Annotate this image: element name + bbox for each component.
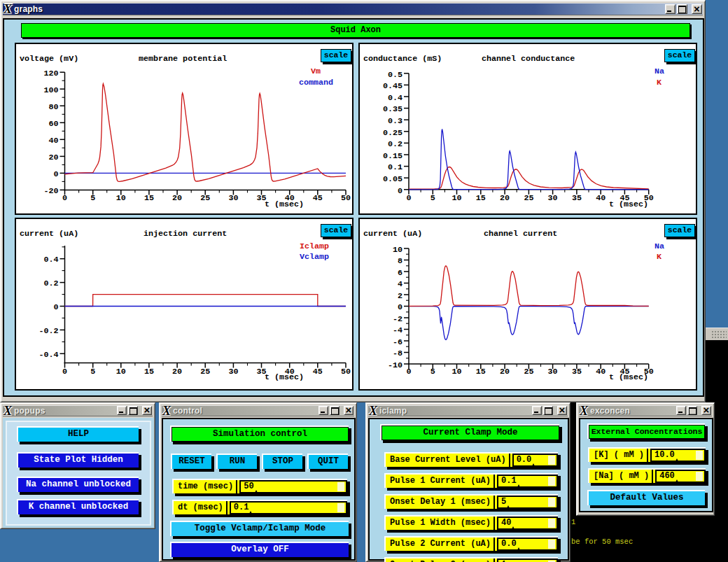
svg-text:t (msec): t (msec) [265, 199, 304, 209]
svg-text:t (msec): t (msec) [609, 372, 648, 382]
svg-text:10: 10 [451, 367, 461, 377]
svg-text:t (msec): t (msec) [265, 372, 304, 382]
svg-text:0.15: 0.15 [383, 151, 402, 161]
svg-text:-0.2: -0.2 [38, 326, 58, 336]
svg-text:20: 20 [172, 193, 182, 203]
svg-text:0.45: 0.45 [383, 81, 402, 91]
svg-text:10: 10 [116, 367, 126, 377]
svg-text:0: 0 [53, 302, 58, 312]
svg-text:45: 45 [313, 193, 323, 203]
svg-text:10: 10 [451, 193, 461, 203]
svg-text:4: 4 [398, 279, 402, 289]
svg-text:25: 25 [524, 367, 533, 377]
svg-text:0.4: 0.4 [388, 93, 402, 103]
svg-text:60: 60 [48, 119, 58, 129]
svg-text:0.3: 0.3 [388, 116, 402, 126]
svg-text:0.2: 0.2 [43, 279, 58, 288]
svg-text:8: 8 [398, 256, 402, 266]
svg-text:30: 30 [228, 193, 238, 203]
svg-text:0.05: 0.05 [383, 174, 402, 184]
svg-text:50: 50 [341, 367, 351, 377]
svg-text:25: 25 [200, 367, 210, 377]
svg-text:t (msec): t (msec) [609, 199, 648, 209]
svg-text:15: 15 [476, 367, 486, 377]
svg-text:-20: -20 [43, 186, 58, 196]
svg-text:40: 40 [596, 367, 606, 377]
svg-text:15: 15 [144, 193, 154, 203]
svg-text:0: 0 [398, 186, 402, 196]
svg-text:20: 20 [172, 367, 182, 377]
svg-text:5: 5 [430, 193, 435, 203]
svg-text:15: 15 [476, 193, 486, 203]
svg-text:0: 0 [406, 193, 411, 203]
svg-text:25: 25 [524, 193, 533, 203]
svg-text:20: 20 [48, 153, 58, 162]
svg-text:-8: -8 [393, 349, 402, 358]
svg-text:35: 35 [572, 193, 582, 203]
svg-text:0.4: 0.4 [43, 255, 58, 265]
svg-text:6: 6 [398, 268, 402, 278]
svg-text:5: 5 [430, 367, 435, 377]
svg-text:2: 2 [398, 291, 402, 301]
svg-text:30: 30 [228, 367, 238, 377]
svg-text:45: 45 [313, 367, 323, 377]
svg-text:-10: -10 [388, 360, 402, 370]
svg-text:0.5: 0.5 [388, 70, 402, 80]
svg-text:-6: -6 [393, 337, 402, 347]
svg-text:0.25: 0.25 [383, 128, 402, 138]
svg-text:30: 30 [548, 367, 558, 377]
svg-text:0.1: 0.1 [388, 162, 402, 172]
svg-text:0: 0 [62, 193, 67, 203]
svg-text:25: 25 [200, 193, 210, 203]
svg-text:30: 30 [548, 193, 558, 203]
svg-text:-2: -2 [393, 314, 402, 324]
svg-text:10: 10 [393, 245, 402, 255]
svg-text:0.35: 0.35 [383, 104, 402, 114]
svg-text:-4: -4 [393, 325, 402, 335]
svg-text:10: 10 [116, 193, 126, 203]
svg-text:0.2: 0.2 [388, 139, 402, 149]
svg-text:50: 50 [341, 193, 351, 203]
svg-text:35: 35 [572, 367, 582, 377]
svg-text:-0.4: -0.4 [38, 350, 58, 360]
svg-text:0: 0 [406, 367, 411, 377]
svg-text:100: 100 [43, 85, 58, 95]
svg-text:20: 20 [500, 367, 510, 377]
svg-text:120: 120 [43, 69, 58, 78]
svg-text:20: 20 [500, 193, 510, 203]
svg-text:0: 0 [53, 169, 58, 179]
svg-text:0: 0 [398, 302, 402, 312]
svg-text:5: 5 [90, 193, 95, 203]
svg-text:5: 5 [90, 367, 95, 377]
svg-text:0: 0 [62, 367, 67, 377]
svg-text:80: 80 [48, 102, 58, 112]
svg-text:40: 40 [48, 136, 58, 146]
svg-text:40: 40 [596, 193, 606, 203]
svg-text:15: 15 [144, 367, 154, 377]
